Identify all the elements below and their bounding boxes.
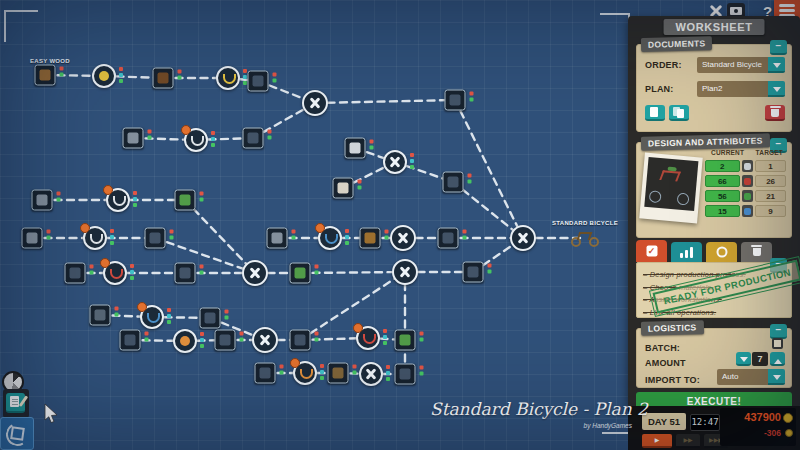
flow-node-HUB2[interactable] xyxy=(242,260,268,286)
chevron-down-icon[interactable] xyxy=(768,57,785,73)
money-value: 437900 xyxy=(744,411,781,423)
flow-node-S3[interactable] xyxy=(333,178,354,199)
new-plan-button[interactable]: + xyxy=(645,105,665,121)
flow-node-I3[interactable] xyxy=(215,330,236,351)
trash-icon xyxy=(753,248,761,256)
flow-node-I1[interactable] xyxy=(120,330,141,351)
order-dropdown[interactable]: Standard Bicycle xyxy=(697,57,785,73)
flow-node-HUB1[interactable] xyxy=(302,90,328,116)
money-delta: -306 xyxy=(764,428,781,438)
tab-discard[interactable] xyxy=(741,242,772,262)
product-photo xyxy=(639,153,703,224)
flow-node-P2[interactable] xyxy=(140,305,164,329)
flow-node-HUB3[interactable] xyxy=(392,259,418,285)
flow-node-I2[interactable] xyxy=(173,329,197,353)
bike-frame xyxy=(659,170,681,181)
duplicate-plan-button[interactable] xyxy=(669,105,689,121)
attribute-row: 6626 xyxy=(705,175,786,187)
import-to-label: IMPORT TO: xyxy=(645,375,700,385)
flow-node-K5[interactable] xyxy=(395,364,416,385)
documents-section: DOCUMENTS − ORDER: Standard Bicycle PLAN… xyxy=(636,44,792,132)
coin-icon xyxy=(785,429,793,437)
flow-node-B2[interactable] xyxy=(184,128,208,152)
flow-node-G4[interactable] xyxy=(390,225,416,251)
tab-statistics[interactable] xyxy=(671,242,702,262)
flow-node-A4[interactable] xyxy=(216,66,240,90)
bar xyxy=(690,247,693,258)
flow-node-C2[interactable] xyxy=(106,188,130,212)
flow-node-B3[interactable] xyxy=(243,128,264,149)
batch-checkbox[interactable] xyxy=(772,338,783,349)
flow-node-T1[interactable] xyxy=(445,90,466,111)
import-to-value: Auto xyxy=(717,369,768,385)
flow-node-F2[interactable] xyxy=(463,262,484,283)
flow-node-B1[interactable] xyxy=(123,128,144,149)
flow-node-G3[interactable] xyxy=(360,228,381,249)
flow-node-S2[interactable] xyxy=(383,150,407,174)
import-to-dropdown[interactable]: Auto xyxy=(717,369,785,385)
flow-node-HUB4[interactable] xyxy=(252,327,278,353)
bike-wheel xyxy=(677,193,690,206)
document-icon xyxy=(650,107,658,117)
flow-node-P1[interactable] xyxy=(90,305,111,326)
logistics-section: LOGISTICS − BATCH: AMOUNT 7 IMPORT TO: A… xyxy=(636,328,792,388)
flow-node-D3[interactable] xyxy=(145,228,166,249)
flow-node-J1[interactable] xyxy=(395,330,416,351)
amount-decrease-button[interactable] xyxy=(736,352,751,366)
frame-icon xyxy=(744,178,751,185)
flow-node-K1[interactable] xyxy=(255,363,276,384)
flow-node-A3[interactable] xyxy=(153,68,174,89)
flow-node-D1[interactable] xyxy=(22,228,43,249)
chevron-down-icon[interactable] xyxy=(768,81,785,97)
flow-node-A1[interactable] xyxy=(35,65,56,86)
flow-node-F1[interactable] xyxy=(290,263,311,284)
plan-value: Plan2 xyxy=(697,81,768,97)
attributes-table: 2166265621159 xyxy=(705,160,786,220)
fork-icon xyxy=(744,208,751,215)
flow-node-A2[interactable] xyxy=(92,64,116,88)
checklist-paper: − – Design production process.– Choose m… xyxy=(636,262,792,318)
flow-node-E1[interactable] xyxy=(65,263,86,284)
production-planner-button[interactable] xyxy=(0,417,34,450)
flow-node-K2[interactable] xyxy=(293,361,317,385)
attribute-row: 21 xyxy=(705,160,786,172)
flow-node-K4[interactable] xyxy=(359,362,383,386)
delete-plan-button[interactable] xyxy=(765,105,785,121)
flow-node-P3[interactable] xyxy=(200,308,221,329)
flow-node-S4[interactable] xyxy=(443,172,464,193)
documents-minimize-button[interactable]: − xyxy=(770,40,787,55)
flow-node-MAIN[interactable] xyxy=(510,225,536,251)
flow-node-C3[interactable] xyxy=(175,190,196,211)
chevron-down-icon[interactable] xyxy=(768,369,785,385)
flow-node-J0[interactable] xyxy=(356,326,380,350)
worksheet-toggle-button[interactable] xyxy=(6,393,25,413)
flow-node-OUT[interactable] xyxy=(571,229,599,247)
play-button[interactable]: ▶ xyxy=(642,434,672,448)
tab-costs[interactable] xyxy=(706,242,737,262)
amount-increase-button[interactable] xyxy=(770,352,785,366)
flow-node-S1[interactable] xyxy=(345,138,366,159)
day-counter: DAY 51 xyxy=(642,413,686,430)
flow-node-A5[interactable] xyxy=(248,71,269,92)
blueprint-title: Standard Bicycle - Plan 2 xyxy=(430,399,635,419)
bike-saddle xyxy=(668,167,677,172)
flow-node-G5[interactable] xyxy=(438,228,459,249)
checkbox-icon: ✓ xyxy=(646,246,657,257)
plan-dropdown[interactable]: Plan2 xyxy=(697,81,785,97)
attribute-row: 5621 xyxy=(705,190,786,202)
flow-node-C1[interactable] xyxy=(32,190,53,211)
flow-node-K3[interactable] xyxy=(328,363,349,384)
flow-node-G1[interactable] xyxy=(267,228,288,249)
tab-checklist[interactable]: ✓ xyxy=(636,240,667,262)
flow-node-E2[interactable] xyxy=(103,261,127,285)
input-material-label: EASY WOOD xyxy=(30,58,70,64)
flow-node-G2[interactable] xyxy=(318,226,342,250)
bike-wheel xyxy=(649,190,662,203)
flow-node-E3[interactable] xyxy=(175,263,196,284)
flow-node-I4[interactable] xyxy=(290,330,311,351)
flow-node-D2[interactable] xyxy=(83,226,107,250)
design-section: DESIGN AND ATTRIBUTES − CURRENT TARGET 2… xyxy=(636,142,792,238)
coin-icon xyxy=(716,247,727,258)
status-bar: DAY 51 12:47 ▶ ▶▶ ▶▶▶ 437900 -306 xyxy=(628,406,800,450)
fast-forward-button[interactable]: ▶▶ xyxy=(676,434,700,448)
